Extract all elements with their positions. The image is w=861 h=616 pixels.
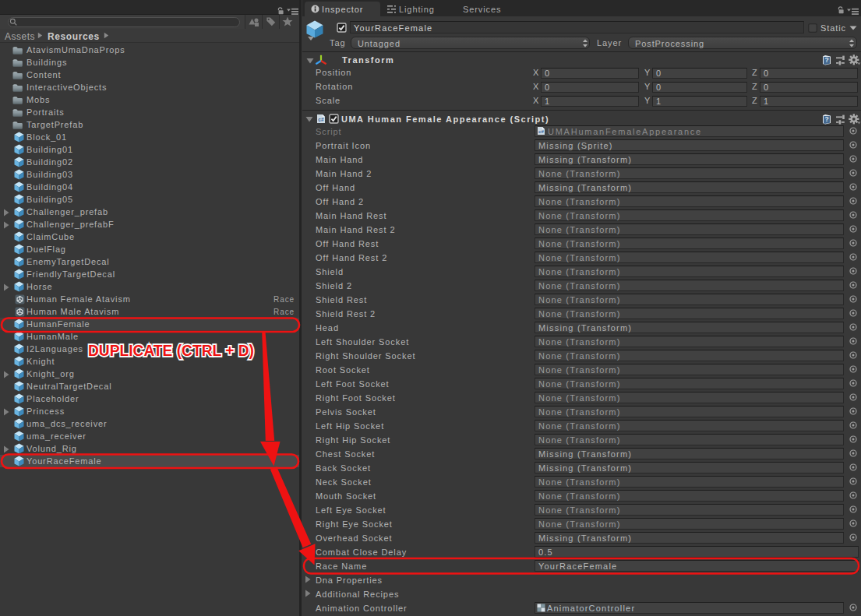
svg-text:?: ? <box>825 115 829 123</box>
svg-text:c#: c# <box>318 117 324 122</box>
svg-text:?: ? <box>825 56 829 64</box>
svg-text:c#: c# <box>538 129 544 134</box>
